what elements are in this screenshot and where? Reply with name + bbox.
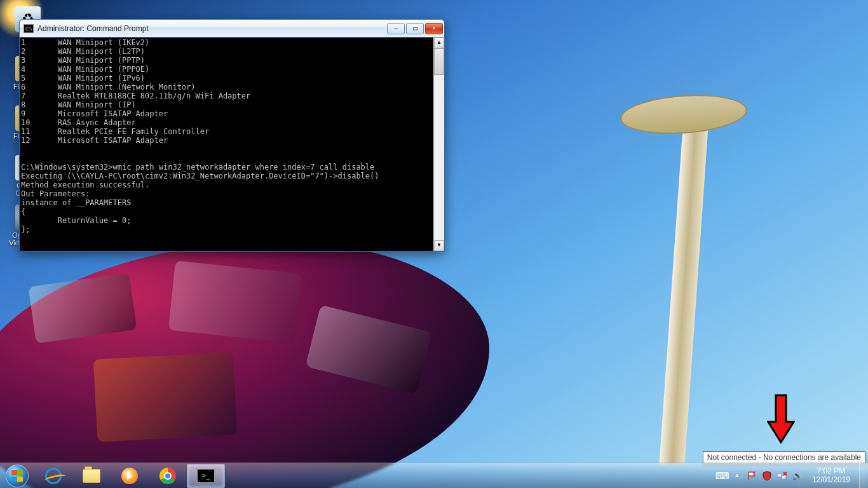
window-buttons: – ▭ ×	[387, 23, 443, 34]
scrollbar-thumb[interactable]	[434, 48, 444, 75]
scroll-down-button[interactable]: ▼	[434, 240, 444, 251]
cmd-taskbar-icon: >_	[196, 467, 215, 485]
keyboard-icon[interactable]: ⌨	[717, 470, 728, 482]
command-prompt-window[interactable]: C:\ Administrator: Command Prompt – ▭ × …	[19, 19, 445, 252]
wmp-icon: ▶	[120, 467, 139, 485]
ie-icon	[44, 467, 63, 485]
clock-date: 12/01/2019	[812, 476, 850, 485]
security-shield-icon[interactable]	[761, 470, 773, 482]
window-titlebar[interactable]: C:\ Administrator: Command Prompt – ▭ ×	[20, 20, 444, 37]
wallpaper-building	[0, 241, 489, 488]
taskbar-clock[interactable]: 7:02 PM 12/01/2019	[807, 467, 855, 485]
terminal-output[interactable]: 1 WAN Miniport (IKEv2) 2 WAN Miniport (L…	[20, 37, 433, 251]
system-tray: ⌨ ▲ 🔊 7:02 PM 12/01/2019	[717, 463, 868, 489]
svg-rect-0	[777, 473, 782, 477]
command-prompt-icon: C:\	[24, 24, 34, 33]
clock-time: 7:02 PM	[812, 467, 850, 476]
minimize-button[interactable]: –	[387, 23, 405, 34]
action-center-flag-icon[interactable]	[746, 470, 757, 482]
tray-overflow-chevron-icon[interactable]: ▲	[732, 471, 742, 481]
explorer-icon	[82, 467, 101, 485]
taskbar-item-ie[interactable]	[34, 464, 72, 488]
taskbar-item-chrome[interactable]	[149, 464, 187, 488]
start-orb-icon	[6, 464, 29, 487]
svg-rect-1	[782, 475, 786, 479]
start-button[interactable]	[0, 463, 34, 489]
maximize-button[interactable]: ▭	[406, 23, 424, 34]
network-status-tooltip: Not connected - No connections are avail…	[703, 451, 865, 464]
wallpaper-space-needle	[601, 70, 766, 464]
chrome-icon	[158, 467, 177, 485]
scroll-up-button[interactable]: ▲	[434, 37, 444, 48]
show-desktop-button[interactable]	[859, 463, 867, 489]
network-disconnected-icon[interactable]	[776, 470, 788, 482]
vertical-scrollbar[interactable]: ▲ ▼	[433, 37, 444, 251]
close-button[interactable]: ×	[425, 23, 443, 34]
taskbar-item-wmp[interactable]: ▶	[111, 464, 149, 488]
command-prompt-body: 1 WAN Miniport (IKEv2) 2 WAN Miniport (L…	[20, 37, 444, 251]
scrollbar-track[interactable]	[434, 48, 444, 240]
taskbar-item-explorer[interactable]	[72, 464, 111, 488]
window-title: Administrator: Command Prompt	[37, 24, 387, 33]
volume-icon[interactable]: 🔊	[792, 470, 803, 482]
taskbar: ▶ >_ ⌨ ▲ 🔊 7:02 PM	[0, 463, 868, 488]
taskbar-item-cmd[interactable]: >_	[187, 464, 225, 488]
annotation-arrow-icon	[767, 394, 795, 444]
